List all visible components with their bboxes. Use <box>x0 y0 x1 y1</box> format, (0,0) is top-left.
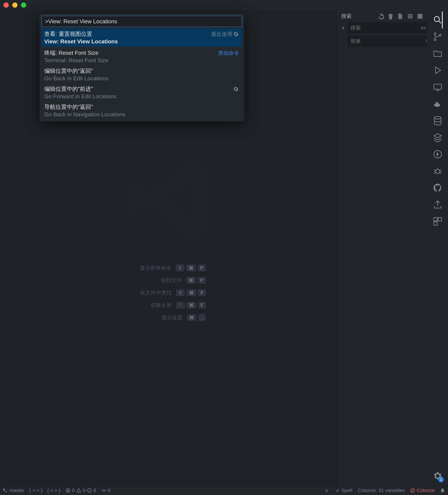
bug-icon[interactable] <box>433 163 443 179</box>
palette-item[interactable]: 编辑位置中的"前进"Go Forward in Edit Locations <box>42 83 242 101</box>
svg-point-2 <box>434 39 436 41</box>
status-errors-count: 0 <box>72 488 75 493</box>
maximize-window-button[interactable] <box>21 2 26 8</box>
window-controls <box>3 2 26 8</box>
welcome-shortcut-keys: ⇧⌘F <box>176 289 206 296</box>
welcome-shortcut-label: 在文件中查找 <box>140 289 172 296</box>
welcome-shortcut-keys: ⌘P <box>186 277 206 284</box>
settings-gear-button[interactable]: 1 <box>427 466 448 486</box>
titlebar <box>0 0 448 10</box>
key-badge: ⌘ <box>187 314 196 321</box>
palette-item[interactable]: 终端: Reset Font Size类似命令Terminal: Reset F… <box>42 47 242 65</box>
docker-icon[interactable] <box>433 96 443 112</box>
welcome-shortcut-keys: ⌃⌘F <box>176 302 206 309</box>
key-badge: ⇧ <box>176 289 185 296</box>
list-icon[interactable] <box>407 13 414 20</box>
status-warnings-count: 0 <box>83 488 85 493</box>
palette-item[interactable]: 查看: 重置视图位置最近使用View: Reset View Locations <box>42 28 242 46</box>
minimize-window-button[interactable] <box>12 2 17 8</box>
key-badge: ⌘ <box>186 277 196 284</box>
palette-item-tag: 类似命令 <box>218 50 239 57</box>
status-colorize[interactable]: Colorize: 31 variables <box>358 488 405 493</box>
palette-item-name: 查看: 重置视图位置 <box>44 30 211 38</box>
status-notifications[interactable] <box>440 488 445 493</box>
status-bar: master { > < } { < > } 0 0 6 0 文 Spell <box>0 486 448 495</box>
key-badge: ⇧ <box>176 264 184 272</box>
activity-bar: 1 <box>427 10 448 486</box>
status-brackets-2[interactable]: { < > } <box>47 488 60 493</box>
status-branch-label: master <box>9 488 25 493</box>
svg-rect-4 <box>434 84 442 89</box>
toggle-replace-button[interactable] <box>340 22 346 56</box>
status-colorize-off[interactable]: Colorize <box>410 488 435 493</box>
palette-item-name: 编辑位置中的"前进" <box>44 85 232 93</box>
svg-text:文: 文 <box>325 488 328 492</box>
status-brackets-2-label: { < > } <box>47 488 60 493</box>
status-ports-label: 0 <box>108 488 111 493</box>
clear-icon[interactable] <box>387 13 394 20</box>
welcome-shortcut-row: 在文件中查找⇧⌘F <box>131 289 206 296</box>
export-icon[interactable] <box>433 196 443 213</box>
status-spell[interactable]: Spell <box>335 488 352 493</box>
search-input[interactable] <box>348 22 420 33</box>
palette-item-sub: Go Back in Edit Locations <box>44 75 239 82</box>
remote-icon[interactable] <box>433 79 443 96</box>
welcome-shortcut-label: 切换全屏 <box>151 302 172 309</box>
gear-icon[interactable] <box>232 31 239 37</box>
github-icon[interactable] <box>433 179 443 196</box>
status-problems[interactable]: 0 0 6 <box>65 488 96 493</box>
database-icon[interactable] <box>433 112 443 129</box>
match-case-toggle[interactable]: Aa <box>420 25 427 31</box>
bolt-icon[interactable] <box>433 146 443 163</box>
key-badge: , <box>198 314 206 321</box>
refresh-icon[interactable] <box>377 13 384 20</box>
explorer-icon[interactable] <box>433 45 443 62</box>
source-control-icon[interactable] <box>433 28 443 45</box>
svg-point-0 <box>434 17 439 22</box>
command-palette-input[interactable] <box>42 16 242 27</box>
gear-icon[interactable] <box>232 86 239 92</box>
vscode-logo-icon <box>119 150 217 248</box>
palette-item[interactable]: 导航位置中的"返回"Go Back in Navigation Location… <box>42 101 242 120</box>
welcome-shortcut-label: 转到文件 <box>161 277 182 284</box>
status-language[interactable]: 文 <box>324 488 330 493</box>
svg-rect-10 <box>434 222 437 225</box>
status-info-count: 6 <box>93 488 96 493</box>
status-brackets-1[interactable]: { > < } <box>29 488 42 493</box>
welcome-shortcut-label: 显示设置 <box>162 314 182 321</box>
layers-icon[interactable] <box>433 129 443 146</box>
settings-badge: 1 <box>438 477 444 482</box>
palette-item-name: 终端: Reset Font Size <box>44 49 218 57</box>
key-badge: P <box>198 264 206 272</box>
palette-item-tag: 最近使用 <box>211 31 232 38</box>
palette-item-sub: Terminal: Reset Font Size <box>44 57 239 64</box>
svg-point-7 <box>435 169 440 174</box>
svg-rect-9 <box>438 218 441 221</box>
welcome-shortcut-row: 切换全屏⌃⌘F <box>131 302 206 309</box>
palette-item-name: 导航位置中的"返回" <box>44 103 239 111</box>
welcome-shortcut-row: 显示设置⌘, <box>131 314 206 321</box>
palette-item-sub: Go Forward in Edit Locations <box>44 93 239 100</box>
palette-item-name: 编辑位置中的"返回" <box>44 67 239 75</box>
search-icon[interactable] <box>433 12 443 28</box>
status-spell-label: Spell <box>342 488 352 493</box>
status-ports[interactable]: 0 <box>101 488 111 493</box>
command-palette: 查看: 重置视图位置最近使用View: Reset View Locations… <box>39 14 244 122</box>
collapse-icon[interactable] <box>417 13 423 20</box>
key-badge: ⌘ <box>187 289 196 296</box>
palette-item[interactable]: 编辑位置中的"返回"Go Back in Edit Locations <box>42 65 242 83</box>
close-window-button[interactable] <box>3 2 9 8</box>
svg-rect-8 <box>434 218 437 221</box>
status-brackets-1-label: { > < } <box>29 488 42 493</box>
replace-input[interactable] <box>348 36 425 46</box>
debug-icon[interactable] <box>433 62 443 79</box>
status-branch[interactable]: master <box>3 488 25 493</box>
new-file-icon[interactable] <box>397 13 404 20</box>
key-badge: F <box>198 289 206 296</box>
status-colorize-label: Colorize: 31 variables <box>358 488 405 493</box>
extensions-icon[interactable] <box>433 213 443 230</box>
welcome-shortcut-row: 转到文件⌘P <box>131 277 206 284</box>
status-colorize-off-label: Colorize <box>417 488 435 493</box>
welcome-shortcut-row: 显示所有命令⇧⌘P <box>131 264 206 272</box>
replace-input-wrap: AB <box>347 36 434 47</box>
